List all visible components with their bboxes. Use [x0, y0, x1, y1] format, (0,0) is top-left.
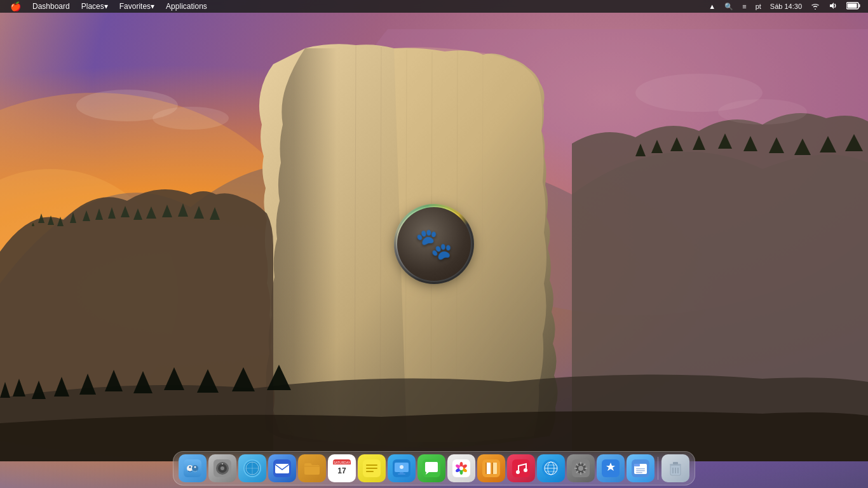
svg-rect-57	[512, 459, 530, 477]
dock-item-disk-utility[interactable]	[208, 454, 236, 482]
svg-point-18	[220, 466, 224, 470]
desktop: 🍎 Dashboard Places▾ Favorites▾ Applicati…	[0, 0, 868, 488]
svg-rect-8	[859, 4, 860, 8]
menubar-right: ▲ 🔍 ≡ pt Sáb 14:30	[706, 1, 863, 12]
language-indicator: pt	[753, 1, 764, 11]
svg-rect-9	[848, 4, 857, 8]
dock-item-folder[interactable]	[298, 454, 326, 482]
logo-circle: 🐾	[396, 206, 472, 282]
svg-text:SATURDAY: SATURDAY	[334, 461, 351, 464]
svg-point-59	[524, 468, 527, 472]
dock-item-messages[interactable]	[417, 454, 445, 482]
dock-item-files[interactable]	[627, 454, 654, 482]
wifi-icon	[808, 1, 822, 12]
svg-rect-83	[636, 472, 642, 473]
dock-item-notes[interactable]	[358, 454, 386, 482]
svg-rect-80	[634, 464, 640, 466]
svg-rect-87	[673, 462, 678, 464]
dock: 17 SATURDAY	[173, 451, 695, 485]
battery-icon	[844, 1, 863, 12]
svg-point-42	[400, 465, 403, 469]
dock-item-screensharing[interactable]	[388, 454, 416, 482]
svg-rect-28	[275, 464, 289, 473]
dock-item-browser[interactable]	[537, 454, 565, 482]
svg-rect-81	[636, 468, 645, 470]
svg-point-51	[459, 466, 463, 470]
svg-rect-37	[366, 471, 374, 472]
dock-item-photos[interactable]	[447, 454, 475, 482]
svg-rect-82	[636, 470, 645, 471]
center-logo: 🐾	[396, 206, 472, 282]
dock-item-appstore[interactable]	[597, 454, 625, 482]
search-icon[interactable]: 🔍	[722, 1, 736, 12]
menu-icon[interactable]: ≡	[740, 1, 749, 11]
svg-text:17: 17	[337, 466, 346, 475]
dock-item-syspreferences[interactable]	[567, 454, 595, 482]
dock-item-finder[interactable]	[179, 454, 207, 482]
applications-menu[interactable]: Applications	[161, 1, 212, 12]
svg-point-68	[578, 466, 583, 471]
svg-point-13	[189, 466, 191, 468]
svg-point-4	[153, 107, 229, 130]
eject-icon[interactable]: ▲	[706, 1, 718, 11]
svg-rect-52	[482, 459, 500, 477]
places-menu[interactable]: Places▾	[76, 1, 113, 12]
dock-item-books[interactable]	[477, 454, 505, 482]
svg-point-14	[194, 466, 196, 468]
logo-symbol: 🐾	[415, 226, 453, 262]
dock-item-safari[interactable]	[238, 454, 266, 482]
menubar-left: 🍎 Dashboard Places▾ Favorites▾ Applicati…	[5, 0, 212, 13]
svg-rect-41	[398, 473, 405, 475]
menubar: 🍎 Dashboard Places▾ Favorites▾ Applicati…	[0, 0, 868, 13]
volume-icon[interactable]	[826, 1, 840, 12]
dock-item-calendar[interactable]: 17 SATURDAY	[328, 454, 356, 482]
clock: Sáb 14:30	[768, 1, 804, 11]
svg-point-19	[222, 463, 223, 464]
apple-menu[interactable]: 🍎	[5, 0, 26, 13]
dock-item-music[interactable]	[507, 454, 535, 482]
favorites-menu[interactable]: Favorites▾	[114, 1, 159, 12]
dock-separator	[658, 457, 658, 480]
svg-rect-55	[485, 463, 487, 474]
dashboard-menu[interactable]: Dashboard	[27, 1, 75, 12]
dock-item-trash[interactable]	[661, 454, 689, 482]
svg-rect-35	[366, 464, 377, 466]
svg-point-58	[516, 470, 520, 474]
svg-point-6	[718, 99, 807, 125]
svg-rect-56	[492, 463, 493, 474]
dock-item-mail[interactable]	[268, 454, 296, 482]
svg-rect-36	[366, 468, 377, 469]
